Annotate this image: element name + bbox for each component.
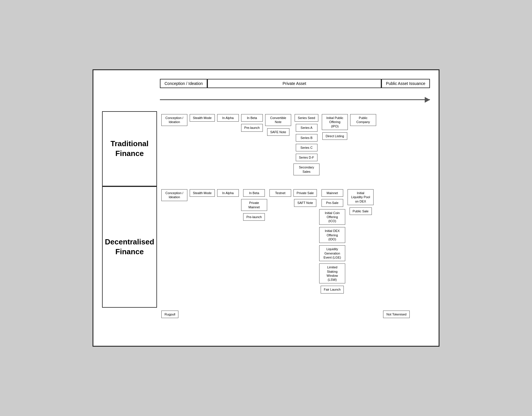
defi-col-5: Testnet <box>269 189 291 197</box>
traditional-finance-label: Traditional Finance <box>102 111 157 186</box>
trad-item-5-1: Convertible Note <box>265 114 291 126</box>
defi-item-7-6: Limited Staking Window (LSW) <box>319 263 345 283</box>
defi-grid: Conception / IdeationStealth ModeIn Alph… <box>161 186 374 308</box>
defi-item-8-1: Initial Liquidity Pool on DEX <box>348 189 374 205</box>
trad-item-6-6: Secondary Sales <box>293 164 319 175</box>
rugpull-item: Rugpull <box>161 311 178 318</box>
trad-col-6: Series SeedSeries ASeries BSeries CSerie… <box>293 114 319 175</box>
traditional-finance-grid: Conception / IdeationStealth ModeIn Alph… <box>161 111 376 186</box>
not-tokenised-item: Not Tokenised <box>383 311 410 318</box>
defi-col-4: In BetaPrivate MainnetPre-launch <box>241 189 267 221</box>
defi-col-3: In Alpha <box>217 189 239 197</box>
defi-item-2-1: Stealth Mode <box>190 189 215 197</box>
header-private-asset: Private Asset <box>207 79 381 88</box>
defi-item-8-2: Public Sale <box>350 207 372 215</box>
defi-item-7-5: Liquidity Generation Event (LGE) <box>319 245 345 261</box>
defi-item-5-1: Testnet <box>269 189 291 197</box>
trad-col-4: In BetaPre-launch <box>241 114 263 132</box>
arrow-line <box>160 99 430 100</box>
defi-col-1: Conception / Ideation <box>161 189 187 201</box>
trad-item-6-4: Series C <box>296 144 317 151</box>
defi-section: Decentralised Finance Conception / Ideat… <box>102 186 430 308</box>
header-conception: Conception / Ideation <box>160 79 207 88</box>
trad-item-5-2: SAFE Note <box>267 128 289 136</box>
defi-col-6: Private SaleSAFT Note <box>293 189 317 207</box>
defi-item-7-2: Pre-Sale <box>322 199 343 207</box>
trad-item-4-2: Pre-launch <box>241 124 263 131</box>
defi-item-7-7: Fair Launch <box>321 286 344 293</box>
trad-item-8-1: Public Company <box>350 114 376 126</box>
defi-item-6-1: Private Sale <box>293 189 317 197</box>
main-frame: Conception / Ideation Private Asset Publ… <box>93 69 439 347</box>
defi-item-7-3: Initial Coin Offering (ICO) <box>319 209 345 225</box>
trad-item-1-1: Conception / Ideation <box>161 114 187 126</box>
trad-item-7-2: Direct Listing <box>322 132 347 140</box>
defi-item-4-1: In Beta <box>243 189 265 197</box>
defi-item-1-1: Conception / Ideation <box>161 189 187 201</box>
header-public-asset: Public Asset Issuance <box>381 79 430 88</box>
trad-item-4-1: In Beta <box>241 114 263 122</box>
defi-item-3-1: In Alpha <box>217 189 239 197</box>
defi-col-7: MainnetPre-SaleInitial Coin Offering (IC… <box>319 189 345 294</box>
defi-col-2: Stealth Mode <box>190 189 215 197</box>
defi-item-7-1: Mainnet <box>322 189 343 197</box>
trad-col-2: Stealth Mode <box>190 114 215 122</box>
defi-item-6-2: SAFT Note <box>294 199 316 207</box>
bottom-row: Rugpull Not Tokenised <box>161 311 430 318</box>
trad-col-3: In Alpha <box>217 114 239 122</box>
traditional-finance-title: Traditional Finance <box>110 139 148 159</box>
trad-item-3-1: In Alpha <box>217 114 239 122</box>
defi-item-4-3: Pre-launch <box>243 213 265 221</box>
defi-label: Decentralised Finance <box>102 186 157 308</box>
trad-item-6-5: Series D-F <box>296 154 317 161</box>
timeline-arrow <box>160 97 430 103</box>
trad-item-6-1: Series Seed <box>295 114 318 122</box>
trad-col-8: Public Company <box>350 114 376 126</box>
defi-item-4-2: Private Mainnet <box>241 199 267 211</box>
trad-item-6-2: Series A <box>296 124 317 131</box>
trad-item-7-1: Initial Public Offering (IPO) <box>322 114 348 130</box>
trad-col-5: Convertible NoteSAFE Note <box>265 114 291 136</box>
defi-col-8: Initial Liquidity Pool on DEXPublic Sale <box>348 189 374 215</box>
trad-item-2-1: Stealth Mode <box>190 114 215 122</box>
defi-title: Decentralised Finance <box>105 237 154 257</box>
defi-item-7-4: Initial DEX Offering (IDO) <box>319 227 345 243</box>
trad-col-7: Initial Public Offering (IPO)Direct List… <box>322 114 348 140</box>
trad-col-1: Conception / Ideation <box>161 114 187 126</box>
header-row: Conception / Ideation Private Asset Publ… <box>102 79 430 88</box>
traditional-finance-section: Traditional Finance Conception / Ideatio… <box>102 111 430 186</box>
trad-item-6-3: Series B <box>296 134 317 142</box>
